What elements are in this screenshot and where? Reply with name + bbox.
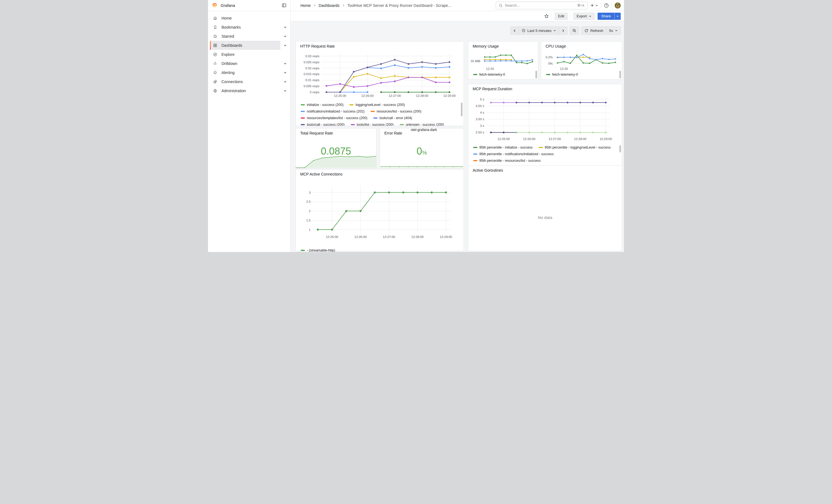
- chevron-down-icon[interactable]: [284, 26, 287, 29]
- legend-marker-icon: [473, 160, 477, 161]
- svg-text:2.5: 2.5: [306, 200, 311, 203]
- legend-item[interactable]: 95th percentile - resources/list - succe…: [473, 159, 541, 163]
- share-split-button: Share: [598, 12, 621, 20]
- sidebar-toggle-icon[interactable]: [282, 3, 286, 8]
- legend-label: 95th percentile - resources/list - succe…: [479, 159, 541, 163]
- chart-legend: fetch-telemetry-0: [468, 71, 535, 78]
- user-avatar[interactable]: [615, 2, 621, 8]
- clock-icon: [522, 29, 525, 32]
- svg-text:1: 1: [309, 228, 311, 231]
- legend-scrollbar[interactable]: [619, 71, 621, 78]
- legend-item[interactable]: initialize - success (200): [301, 103, 343, 107]
- stat-value: 0%: [380, 145, 464, 157]
- cpu-usage-chart[interactable]: 12:250.2%0%: [542, 50, 621, 70]
- help-icon[interactable]: [604, 3, 609, 8]
- legend-scrollbar[interactable]: [461, 103, 463, 116]
- sidebar-link-administration[interactable]: Administration: [210, 86, 280, 95]
- time-forward-button[interactable]: [559, 27, 567, 34]
- svg-text:12:27:00: 12:27:00: [549, 137, 561, 140]
- sidebar-link-bookmarks[interactable]: Bookmarks: [210, 23, 280, 32]
- panel-title[interactable]: MCP Request Duration: [473, 87, 512, 91]
- search-box[interactable]: ⌘+k: [496, 2, 588, 9]
- sidebar-link-starred[interactable]: Starred: [210, 32, 280, 41]
- brand-name: Grafana: [220, 3, 235, 8]
- mcp-request-duration-chart[interactable]: 12:25:0012:26:0012:27:0012:28:0012:29:00…: [470, 93, 620, 143]
- sidebar-link-connections[interactable]: Connections: [210, 77, 280, 86]
- panel-title[interactable]: Error Rate: [384, 131, 402, 135]
- legend-scrollbar[interactable]: [619, 145, 621, 152]
- legend-item[interactable]: resources/templates/list - success (200): [301, 116, 367, 120]
- sidebar-link-drilldown[interactable]: Drilldown: [210, 59, 280, 68]
- chevron-down-icon[interactable]: [284, 35, 287, 38]
- sidebar-link-dashboards[interactable]: Dashboards: [210, 41, 280, 50]
- time-back-button[interactable]: [511, 27, 519, 34]
- legend-item[interactable]: fetch-telemetry-0: [473, 73, 505, 77]
- legend-item[interactable]: resources/list - success (200): [371, 109, 421, 113]
- chevron-down-icon[interactable]: [284, 44, 287, 47]
- svg-text:12:25: 12:25: [486, 67, 494, 70]
- legend-marker-icon: [473, 154, 477, 155]
- zoom-out-icon[interactable]: [570, 27, 579, 34]
- time-range-picker[interactable]: Last 5 minutes: [519, 27, 559, 34]
- breadcrumb-item[interactable]: Home: [301, 3, 311, 8]
- legend-item[interactable]: 95th percentile - initialize - success: [473, 145, 532, 150]
- legend-item[interactable]: 95th percentile - logging/setLevel - suc…: [539, 145, 611, 150]
- chevron-down-icon[interactable]: [284, 89, 287, 92]
- share-button[interactable]: Share: [598, 12, 614, 20]
- panel-title[interactable]: Active Goroutines: [473, 168, 503, 173]
- refresh-button[interactable]: Refresh: [582, 27, 606, 34]
- legend-item[interactable]: logging/setLevel - success (200): [349, 103, 405, 107]
- svg-text:0.02 req/s: 0.02 req/s: [305, 67, 319, 70]
- favorite-star-icon[interactable]: [544, 14, 549, 19]
- legend-row: 95th percentile - notifications/initiali…: [468, 151, 619, 157]
- legend-item[interactable]: 95th percentile - notifications/initiali…: [473, 152, 553, 156]
- sidebar-link-alerting[interactable]: Alerting: [210, 68, 280, 77]
- legend-item[interactable]: unknown - success (200): [400, 123, 444, 126]
- sidebar-nav: HomeBookmarksStarredDashboardsExploreDri…: [208, 11, 290, 252]
- sidebar-item-label: Home: [222, 16, 232, 20]
- legend-item[interactable]: - (streamable-http): [301, 248, 335, 252]
- svg-text:4 s: 4 s: [480, 111, 485, 114]
- mcp-active-connections-chart[interactable]: 12:25:0012:26:0012:27:0012:28:0012:29:00…: [297, 179, 462, 246]
- chevron-down-icon[interactable]: [284, 80, 287, 83]
- http-request-rate-chart[interactable]: 12:25:0012:26:0012:27:0012:28:0012:29:00…: [297, 51, 461, 99]
- sidebar-link-explore[interactable]: Explore: [210, 50, 280, 59]
- svg-text:2.50 s: 2.50 s: [476, 131, 485, 134]
- chevron-down-icon[interactable]: [284, 71, 287, 74]
- legend-item[interactable]: tools/list - success (200): [351, 123, 394, 126]
- sidebar-item-home: Home: [208, 14, 290, 23]
- add-button[interactable]: [590, 3, 598, 7]
- legend-marker-icon: [373, 117, 378, 118]
- panel-title[interactable]: HTTP Request Rate: [300, 44, 335, 48]
- legend-item[interactable]: notifications/initialized - success (202…: [301, 109, 365, 113]
- legend-label: 95th percentile - initialize - success: [479, 145, 532, 150]
- search-shortcut: ⌘+k: [577, 3, 584, 7]
- dashboard-toolbar: Edit Export Share: [290, 11, 624, 22]
- panel-title[interactable]: MCP Active Connections: [300, 172, 342, 176]
- search-input[interactable]: [505, 3, 575, 7]
- legend-item[interactable]: tools/call - error (404): [373, 116, 412, 120]
- panel-title[interactable]: Total Request Rate: [300, 131, 333, 135]
- refresh-interval-dropdown[interactable]: 5s: [606, 27, 620, 34]
- grafana-logo-icon[interactable]: [212, 2, 218, 8]
- error-rate-sparkline[interactable]: [380, 159, 464, 168]
- chevron-down-icon[interactable]: [284, 62, 287, 65]
- bookmark-icon: [213, 25, 217, 29]
- breadcrumb: HomeDashboardsToolHive MCP Server & Prox…: [290, 3, 451, 8]
- edit-button[interactable]: Edit: [555, 12, 567, 20]
- share-menu-button[interactable]: [614, 12, 621, 20]
- memory-usage-chart[interactable]: 12:2516 MiB: [469, 50, 537, 70]
- breadcrumb-item[interactable]: Dashboards: [319, 3, 339, 8]
- legend-item[interactable]: tools/call - success (200): [301, 123, 345, 126]
- legend-marker-icon: [351, 124, 355, 125]
- panel-title[interactable]: CPU Usage: [546, 44, 566, 48]
- panel-title[interactable]: Memory Usage: [473, 44, 499, 48]
- legend-scrollbar[interactable]: [536, 71, 537, 78]
- legend-item[interactable]: fetch-telemetry-0: [546, 73, 578, 77]
- export-button[interactable]: Export: [573, 12, 595, 20]
- sidebar-link-home[interactable]: Home: [210, 14, 280, 23]
- breadcrumb-item[interactable]: ToolHive MCP Server & Proxy Runner Dashb…: [347, 3, 451, 8]
- chevron-down-icon: [615, 29, 618, 32]
- breadcrumb-separator-icon: [342, 4, 345, 7]
- top-bar: Grafana HomeDashboardsToolHive MCP Serve…: [208, 0, 624, 11]
